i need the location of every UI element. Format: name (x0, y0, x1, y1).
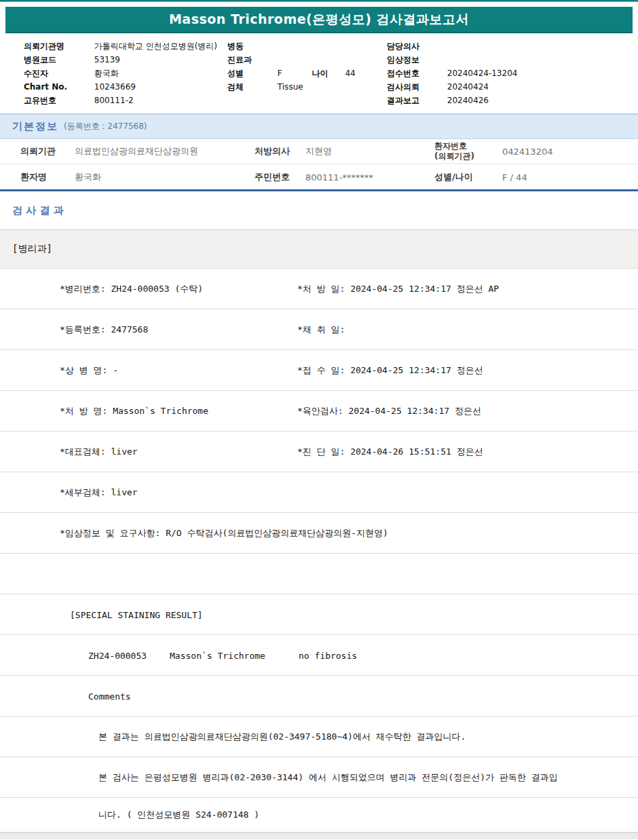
comment-row: 본 검사는 은평성모병원 병리과(02-2030-3144) 에서 시행되었으며… (0, 757, 638, 798)
department-label: [병리과] (12, 243, 52, 255)
field-value: 황국화 (94, 69, 119, 78)
detail-left: *세부검체: liver (60, 486, 138, 499)
top-gap (0, 2, 638, 7)
cell-value: F / 44 (502, 172, 527, 182)
field-value: Tissue (278, 82, 303, 92)
cell-label: 주민번호 (255, 171, 290, 183)
field-label: Chart No. (24, 80, 92, 94)
staining-name: Masson`s Trichrome (170, 650, 265, 660)
field-label: 성별 (227, 66, 275, 80)
cell-label: 환자번호 (의뢰기관) (434, 141, 474, 161)
patient-header-right: 담당의사 임상정보 접수번호 20240424-13204 검사의뢰 20240… (387, 39, 631, 107)
field-value: 20240424-13204 (447, 69, 518, 78)
field-row: 수진자 황국화 (24, 66, 227, 80)
field-label: 임상정보 (387, 53, 445, 66)
basic-info-title: 기본정보 (12, 120, 58, 133)
field-label: 결과보고 (387, 94, 445, 107)
detail-right: *채 취 일: (297, 324, 345, 336)
field-row: 검체 Tissue (227, 80, 387, 94)
comment-line: 본 검사는 은평성모병원 병리과(02-2030-3144) 에서 시행되었으며… (98, 771, 558, 784)
basic-info-table: 의뢰기관 의료법인삼광의료재단삼광의원 처방의사 지현영 환자번호 (의뢰기관)… (0, 139, 638, 191)
staining-header-row: [SPECIAL STAINING RESULT] (0, 594, 638, 635)
detail-right: *접 수 일: 2024-04-25 12:34:17 정은선 (297, 364, 483, 377)
comment-row: 본 결과는 의료법인삼광의료재단삼광의원(02-3497-5180~4)에서 재… (0, 717, 638, 757)
cell-label: 성별/나이 (434, 171, 473, 183)
field-row: 검사의뢰 20240424 (387, 80, 631, 94)
result-detail-row: *등록번호: 2477568 *채 취 일: (0, 309, 638, 350)
field-row: 담당의사 (387, 39, 631, 53)
cell-value: 황국화 (75, 171, 101, 183)
field-label: 접수번호 (387, 66, 445, 80)
field-row: 진료과 (227, 53, 387, 66)
field-label: 병동 (227, 39, 275, 53)
field-row: 병동 (227, 39, 387, 53)
field-row: 고유번호 800111-2 (24, 94, 227, 107)
report-title: Masson Trichrome(은평성모) 검사결과보고서 (169, 11, 469, 28)
department-band: [병리과] (0, 230, 638, 269)
field-row: 결과보고 20240426 (387, 94, 631, 107)
detail-left: *처 방 명: Masson`s Trichrome (60, 405, 208, 417)
field-row: 병원코드 53139 (24, 53, 227, 66)
field-label: 검사의뢰 (387, 80, 445, 94)
field-value: 800111-2 (94, 96, 134, 105)
field-label: 진료과 (227, 53, 275, 66)
cell-label: 의뢰기관 (20, 145, 56, 157)
detail-right: *처 방 일: 2024-04-25 12:34:17 정은선 AP (297, 283, 499, 295)
field-label: 고유번호 (24, 94, 92, 107)
sex-value: F (278, 69, 282, 78)
result-detail-row: *병리번호: ZH24-000053 (수탁) *처 방 일: 2024-04-… (0, 269, 638, 309)
cell-value: 의료법인삼광의료재단삼광의원 (75, 145, 198, 157)
registration-number: (등록번호 : 2477568) (64, 121, 147, 132)
detail-left: *상 병 명: - (60, 364, 118, 377)
field-value: 20240424 (447, 82, 489, 92)
field-row: 의뢰기관명 가톨릭대학교 인천성모병원(병리) (24, 39, 227, 53)
age-value: 44 (345, 69, 355, 78)
field-label: 담당의사 (387, 39, 445, 53)
result-detail-row: *상 병 명: - *접 수 일: 2024-04-25 12:34:17 정은… (0, 350, 638, 391)
cell-label: 처방의사 (255, 145, 290, 157)
cell-value: 지현영 (305, 145, 332, 157)
empty-row (0, 554, 638, 594)
results-section-title: 검 사 결 과 (12, 204, 64, 217)
cell-value: 800111-******* (305, 172, 373, 182)
field-value: 10243669 (94, 82, 136, 92)
results-section-header: 검 사 결 과 (0, 191, 638, 230)
result-detail-row: *처 방 명: Masson`s Trichrome *육안검사: 2024-0… (0, 391, 638, 432)
staining-id: ZH24-000053 (88, 650, 147, 660)
comments-label-row: Comments (0, 676, 638, 717)
table-row: 환자명 황국화 주민번호 800111-******* 성별/나이 F / 44 (0, 164, 638, 189)
clinical-info-row: *임상정보 및 요구사항: R/O 수탁검사(의료법인삼광의료재단삼광의원-지현… (0, 513, 638, 554)
field-label: 병원코드 (24, 53, 92, 66)
detail-left: *대표검체: liver (60, 446, 138, 458)
field-row: Chart No. 10243669 (24, 80, 227, 94)
patient-header-left: 의뢰기관명 가톨릭대학교 인천성모병원(병리) 병원코드 53139 수진자 황… (24, 39, 227, 107)
staining-result: no fibrosis (299, 650, 357, 660)
report-title-bar: Masson Trichrome(은평성모) 검사결과보고서 (5, 7, 633, 33)
result-detail-row: *대표검체: liver *진 단 일: 2024-04-26 15:51:51… (0, 432, 638, 472)
staining-result-row: ZH24-000053 Masson`s Trichrome no fibros… (0, 635, 638, 676)
field-label: 의뢰기관명 (24, 39, 92, 53)
clinical-info-text: *임상정보 및 요구사항: R/O 수탁검사(의료법인삼광의료재단삼광의원-지현… (60, 527, 388, 539)
detail-right: *육안검사: 2024-04-25 12:34:17 정은선 (297, 405, 481, 417)
field-row: 접수번호 20240424-13204 (387, 66, 631, 80)
result-detail-row: *세부검체: liver (0, 472, 638, 513)
detail-left: *병리번호: ZH24-000053 (수탁) (60, 283, 203, 295)
comment-line: 본 결과는 의료법인삼광의료재단삼광의원(02-3497-5180~4)에서 재… (98, 731, 466, 743)
detail-left: *등록번호: 2477568 (60, 324, 148, 336)
cell-label: 환자명 (20, 171, 47, 183)
patient-header: 의뢰기관명 가톨릭대학교 인천성모병원(병리) 병원코드 53139 수진자 황… (0, 33, 638, 114)
field-value: 20240426 (447, 96, 489, 105)
field-label: 수진자 (24, 66, 92, 80)
bottom-band (0, 833, 638, 839)
field-row: 임상정보 (387, 53, 631, 66)
field-label: 검체 (227, 80, 275, 94)
patient-header-middle: 병동 진료과 성별 F 나이 44 검체 Tissue (227, 39, 387, 94)
field-value: 53139 (94, 55, 120, 64)
comment-line: 니다. ( 인천성모병원 S24-007148 ) (98, 809, 259, 821)
basic-info-section-bar: 기본정보 (등록번호 : 2477568) (0, 114, 638, 139)
staining-header: [SPECIAL STAINING RESULT] (70, 609, 203, 619)
comments-label: Comments (88, 691, 131, 701)
field-row: 성별 F 나이 44 (227, 66, 387, 80)
table-row: 의뢰기관 의료법인삼광의료재단삼광의원 처방의사 지현영 환자번호 (의뢰기관)… (0, 139, 638, 164)
detail-right: *진 단 일: 2024-04-26 15:51:51 정은선 (297, 446, 483, 458)
